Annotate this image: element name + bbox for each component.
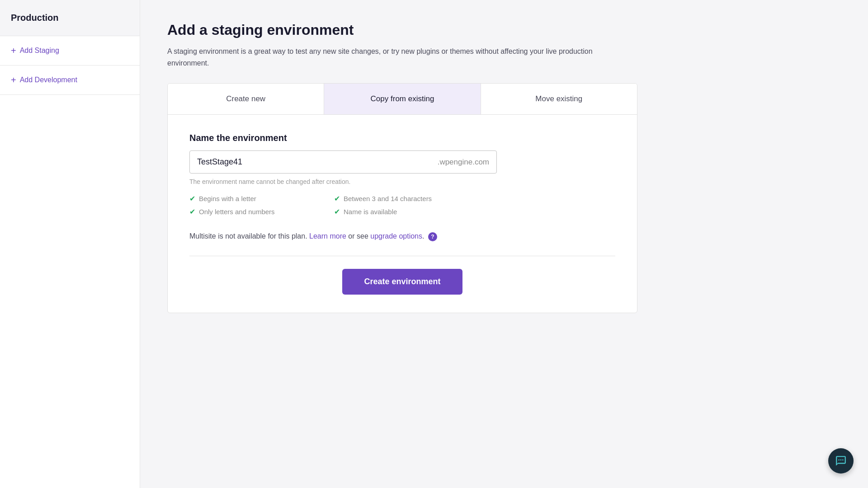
validation-begins-letter: ✔ Begins with a letter — [189, 194, 316, 203]
page-description: A staging environment is a great way to … — [167, 46, 601, 69]
tab-copy-from-existing-label: Copy from existing — [371, 94, 434, 103]
validation-letters-numbers-text: Only letters and numbers — [199, 208, 275, 216]
sidebar-production-section: Production — [0, 0, 140, 36]
validation-begins-letter-text: Begins with a letter — [199, 195, 256, 202]
env-name-input-wrapper: .wpengine.com — [189, 150, 497, 174]
form-area: Name the environment .wpengine.com The e… — [168, 115, 637, 313]
main-content: Add a staging environment A staging envi… — [140, 0, 868, 488]
validation-letters-numbers: ✔ Only letters and numbers — [189, 207, 316, 216]
tab-create-new[interactable]: Create new — [168, 84, 324, 114]
add-development-label: Add Development — [20, 76, 77, 84]
tab-move-existing-label: Move existing — [535, 94, 582, 103]
multisite-notice: Multisite is not available for this plan… — [189, 232, 615, 241]
check-letters-numbers-icon: ✔ — [189, 207, 195, 216]
add-development-item[interactable]: + Add Development — [0, 66, 140, 95]
validation-name-available: ✔ Name is available — [334, 207, 461, 216]
create-button-label: Create environment — [364, 277, 440, 286]
learn-more-link[interactable]: Learn more — [309, 232, 346, 240]
tab-copy-from-existing[interactable]: Copy from existing — [324, 84, 481, 114]
form-section-label: Name the environment — [189, 133, 615, 143]
add-staging-label: Add Staging — [20, 47, 59, 55]
validation-name-available-text: Name is available — [344, 208, 397, 216]
tab-create-new-label: Create new — [226, 94, 265, 103]
validation-grid: ✔ Begins with a letter ✔ Between 3 and 1… — [189, 194, 461, 216]
tab-move-existing[interactable]: Move existing — [481, 84, 637, 114]
check-available-icon: ✔ — [334, 207, 340, 216]
add-staging-item[interactable]: + Add Staging — [0, 36, 140, 66]
sidebar: Production + Add Staging + Add Developme… — [0, 0, 140, 488]
chat-icon — [835, 455, 847, 467]
add-staging-icon: + — [11, 46, 16, 55]
add-development-icon: + — [11, 75, 16, 84]
environment-card: Create new Copy from existing Move exist… — [167, 83, 637, 313]
create-environment-button[interactable]: Create environment — [342, 269, 462, 295]
chat-widget[interactable] — [828, 448, 854, 474]
env-name-input[interactable] — [190, 151, 430, 173]
page-title: Add a staging environment — [167, 22, 841, 38]
domain-suffix: .wpengine.com — [430, 151, 496, 173]
production-label: Production — [11, 13, 59, 23]
check-begins-letter-icon: ✔ — [189, 194, 195, 203]
tab-bar: Create new Copy from existing Move exist… — [168, 84, 637, 115]
form-divider — [189, 256, 615, 256]
validation-char-count-text: Between 3 and 14 characters — [344, 195, 432, 202]
validation-char-count: ✔ Between 3 and 14 characters — [334, 194, 461, 203]
or-text: or see — [348, 232, 370, 240]
upgrade-options-link[interactable]: upgrade options — [370, 232, 422, 240]
help-icon[interactable]: ? — [428, 232, 437, 241]
check-char-count-icon: ✔ — [334, 194, 340, 203]
helper-text: The environment name cannot be changed a… — [189, 178, 615, 185]
multisite-text: Multisite is not available for this plan… — [189, 232, 307, 240]
